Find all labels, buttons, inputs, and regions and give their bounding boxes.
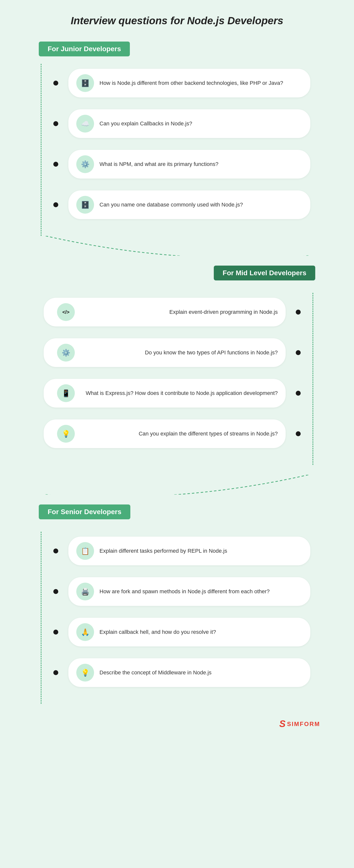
- mid-q1: Explain event-driven programming in Node…: [44, 298, 310, 327]
- junior-q4: 🗄️ Can you name one database commonly us…: [44, 190, 310, 219]
- senior-q2: 🖨️ How are fork and spawn methods in Nod…: [44, 577, 310, 606]
- senior-q4: 💡 Describe the concept of Middleware in …: [44, 658, 310, 687]
- mid-card-4: Can you explain the different types of s…: [44, 420, 286, 448]
- senior-dot-2: [53, 589, 58, 594]
- mid-label: For Mid Level Developers: [214, 266, 315, 280]
- junior-q3: ⚙️ What is NPM, and what are its primary…: [44, 150, 310, 179]
- mid-card-2: Do you know the two types of API functio…: [44, 338, 286, 367]
- senior-card-1: 📋 Explain different tasks performed by R…: [68, 537, 310, 565]
- gear-icon: ⚙️: [57, 344, 75, 362]
- senior-section: For Senior Developers 📋 Explain differen…: [29, 504, 325, 704]
- senior-q3-text: Explain callback hell, and how do you re…: [100, 628, 216, 636]
- mid-q3: What is Express.js? How does it contribu…: [44, 379, 310, 407]
- connector-svg-1: [29, 236, 325, 256]
- senior-card-4: 💡 Describe the concept of Middleware in …: [68, 658, 310, 687]
- senior-q1: 📋 Explain different tasks performed by R…: [44, 537, 310, 565]
- connector-svg-2: [29, 475, 325, 495]
- logo-symbol: S: [279, 719, 285, 729]
- junior-q1: 🗄️ How is Node.js different from other b…: [44, 69, 310, 97]
- senior-card-3: 🙏 Explain callback hell, and how do you …: [68, 618, 310, 646]
- bulb-icon: 💡: [57, 425, 75, 443]
- mid-q2-text: Do you know the two types of API functio…: [75, 349, 278, 356]
- cloud-icon: ☁️: [76, 115, 94, 132]
- database-icon: 🗄️: [76, 74, 94, 92]
- logo-name: SIMFORM: [287, 721, 320, 727]
- junior-q3-text: What is NPM, and what are its primary fu…: [100, 160, 218, 168]
- senior-dot-1: [53, 549, 58, 553]
- junior-q2: ☁️ Can you explain Callbacks in Node.js?: [44, 109, 310, 138]
- connector-1: [29, 236, 325, 256]
- junior-card-4: 🗄️ Can you name one database commonly us…: [68, 190, 310, 219]
- senior-dot-3: [53, 630, 58, 634]
- senior-card-2: 🖨️ How are fork and spawn methods in Nod…: [68, 577, 310, 606]
- junior-card-2: ☁️ Can you explain Callbacks in Node.js?: [68, 109, 310, 138]
- junior-card-3: ⚙️ What is NPM, and what are its primary…: [68, 150, 310, 179]
- mobile-icon: 📱: [57, 384, 75, 402]
- junior-label: For Junior Developers: [39, 41, 130, 56]
- clipboard-icon: 📋: [76, 542, 94, 560]
- mid-q4-text: Can you explain the different types of s…: [75, 430, 278, 438]
- senior-q3: 🙏 Explain callback hell, and how do you …: [44, 618, 310, 646]
- mid-dot-1: [296, 310, 301, 315]
- page-title: Interview questions for Node.js Develope…: [71, 15, 283, 27]
- mid-dot-3: [296, 391, 301, 396]
- mid-q2: Do you know the two types of API functio…: [44, 338, 310, 367]
- hands-icon: 🙏: [76, 623, 94, 641]
- junior-card-1: 🗄️ How is Node.js different from other b…: [68, 69, 310, 97]
- mid-card-1: Explain event-driven programming in Node…: [44, 298, 286, 327]
- senior-q4-text: Describe the concept of Middleware in No…: [100, 669, 212, 677]
- mid-dot-2: [296, 350, 301, 355]
- npm-icon: ⚙️: [76, 155, 94, 173]
- dot-4: [53, 202, 58, 207]
- junior-q4-text: Can you name one database commonly used …: [100, 201, 243, 209]
- senior-q2-text: How are fork and spawn methods in Node.j…: [100, 588, 270, 595]
- junior-q1-text: How is Node.js different from other back…: [100, 80, 283, 87]
- connector-2: [29, 475, 325, 495]
- fork-icon: 🖨️: [76, 583, 94, 600]
- senior-label: For Senior Developers: [39, 504, 130, 519]
- dot-2: [53, 121, 58, 126]
- simform-logo: S SIMFORM: [29, 719, 325, 729]
- senior-dot-4: [53, 670, 58, 675]
- middleware-icon: 💡: [76, 664, 94, 682]
- junior-q2-text: Can you explain Callbacks in Node.js?: [100, 120, 192, 128]
- mid-q1-text: Explain event-driven programming in Node…: [75, 308, 278, 316]
- mid-section: For Mid Level Developers Explain event-d…: [29, 266, 325, 465]
- database2-icon: 🗄️: [76, 196, 94, 214]
- junior-section: For Junior Developers 🗄️ How is Node.js …: [29, 41, 325, 236]
- mid-dot-4: [296, 431, 301, 436]
- mid-q3-text: What is Express.js? How does it contribu…: [75, 390, 278, 397]
- mid-q4: Can you explain the different types of s…: [44, 420, 310, 448]
- dot-1: [53, 81, 58, 86]
- senior-q1-text: Explain different tasks performed by REP…: [100, 547, 227, 555]
- dot-3: [53, 162, 58, 167]
- mid-card-3: What is Express.js? How does it contribu…: [44, 379, 286, 407]
- code-icon: </>: [57, 303, 75, 321]
